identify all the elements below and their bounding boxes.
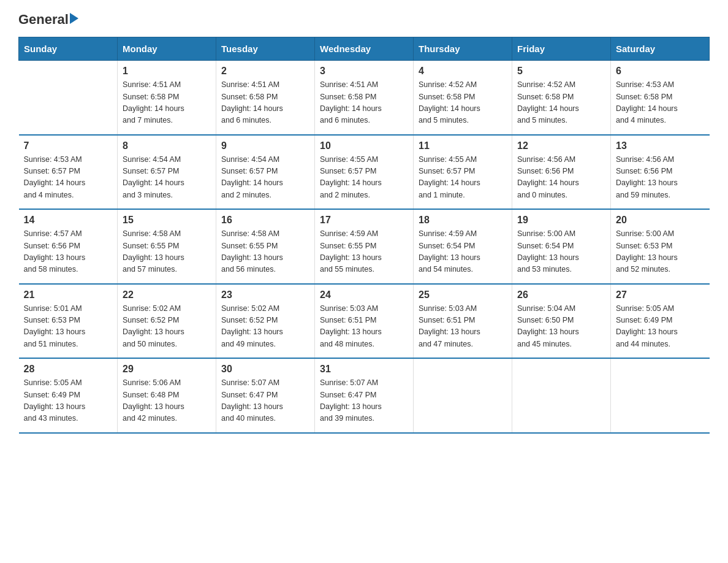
- weekday-header-monday: Monday: [118, 37, 216, 61]
- calendar-cell: 18Sunrise: 4:59 AMSunset: 6:54 PMDayligh…: [414, 209, 512, 284]
- day-info: Sunrise: 4:59 AMSunset: 6:54 PMDaylight:…: [419, 228, 507, 276]
- calendar-cell: 12Sunrise: 4:56 AMSunset: 6:56 PMDayligh…: [512, 135, 611, 210]
- calendar-cell: 29Sunrise: 5:06 AMSunset: 6:48 PMDayligh…: [118, 358, 216, 433]
- calendar-cell: 21Sunrise: 5:01 AMSunset: 6:53 PMDayligh…: [19, 284, 118, 359]
- calendar-week-row: 21Sunrise: 5:01 AMSunset: 6:53 PMDayligh…: [19, 284, 710, 359]
- day-info: Sunrise: 5:00 AMSunset: 6:54 PMDaylight:…: [517, 228, 605, 276]
- day-number: 8: [123, 140, 211, 151]
- day-info: Sunrise: 5:00 AMSunset: 6:53 PMDaylight:…: [616, 228, 705, 276]
- calendar-cell: 8Sunrise: 4:54 AMSunset: 6:57 PMDaylight…: [118, 135, 216, 210]
- day-number: 29: [123, 364, 211, 375]
- day-info: Sunrise: 5:03 AMSunset: 6:51 PMDaylight:…: [320, 303, 408, 351]
- day-info: Sunrise: 5:07 AMSunset: 6:47 PMDaylight:…: [320, 377, 408, 425]
- calendar-cell: 30Sunrise: 5:07 AMSunset: 6:47 PMDayligh…: [216, 358, 315, 433]
- day-number: 16: [221, 215, 309, 226]
- day-info: Sunrise: 4:58 AMSunset: 6:55 PMDaylight:…: [123, 228, 211, 276]
- day-number: 14: [24, 215, 113, 226]
- logo-text-general: General: [18, 12, 69, 27]
- day-number: 11: [419, 140, 507, 151]
- weekday-header-row: SundayMondayTuesdayWednesdayThursdayFrid…: [19, 37, 710, 61]
- calendar-week-row: 7Sunrise: 4:53 AMSunset: 6:57 PMDaylight…: [19, 135, 710, 210]
- day-number: 4: [419, 66, 507, 77]
- day-number: 21: [24, 289, 113, 301]
- day-number: 24: [320, 289, 408, 301]
- day-number: 6: [616, 66, 705, 77]
- day-info: Sunrise: 4:55 AMSunset: 6:57 PMDaylight:…: [419, 154, 507, 202]
- calendar-cell: [414, 358, 512, 433]
- day-info: Sunrise: 4:59 AMSunset: 6:55 PMDaylight:…: [320, 228, 408, 276]
- day-info: Sunrise: 4:54 AMSunset: 6:57 PMDaylight:…: [221, 154, 309, 202]
- day-number: 5: [517, 66, 605, 77]
- day-info: Sunrise: 4:52 AMSunset: 6:58 PMDaylight:…: [517, 79, 605, 127]
- weekday-header-wednesday: Wednesday: [315, 37, 414, 61]
- calendar-cell: [512, 358, 611, 433]
- logo: General: [18, 12, 78, 25]
- calendar-cell: 24Sunrise: 5:03 AMSunset: 6:51 PMDayligh…: [315, 284, 414, 359]
- calendar-week-row: 1Sunrise: 4:51 AMSunset: 6:58 PMDaylight…: [19, 61, 710, 135]
- day-number: 13: [616, 140, 705, 151]
- weekday-header-thursday: Thursday: [414, 37, 512, 61]
- day-info: Sunrise: 4:56 AMSunset: 6:56 PMDaylight:…: [616, 154, 705, 202]
- page-header: General: [18, 12, 710, 25]
- weekday-header-friday: Friday: [512, 37, 611, 61]
- logo-arrow-icon: [70, 13, 78, 24]
- day-number: 17: [320, 215, 408, 226]
- calendar-cell: 11Sunrise: 4:55 AMSunset: 6:57 PMDayligh…: [414, 135, 512, 210]
- day-number: 9: [221, 140, 309, 151]
- day-number: 20: [616, 215, 705, 226]
- day-info: Sunrise: 5:06 AMSunset: 6:48 PMDaylight:…: [123, 377, 211, 425]
- day-number: 31: [320, 364, 408, 375]
- day-info: Sunrise: 4:52 AMSunset: 6:58 PMDaylight:…: [419, 79, 507, 127]
- calendar-cell: 27Sunrise: 5:05 AMSunset: 6:49 PMDayligh…: [611, 284, 710, 359]
- day-number: 7: [24, 140, 113, 151]
- day-info: Sunrise: 5:02 AMSunset: 6:52 PMDaylight:…: [123, 303, 211, 351]
- calendar-cell: 31Sunrise: 5:07 AMSunset: 6:47 PMDayligh…: [315, 358, 414, 433]
- calendar-cell: 5Sunrise: 4:52 AMSunset: 6:58 PMDaylight…: [512, 61, 611, 135]
- calendar-cell: 7Sunrise: 4:53 AMSunset: 6:57 PMDaylight…: [19, 135, 118, 210]
- calendar-week-row: 28Sunrise: 5:05 AMSunset: 6:49 PMDayligh…: [19, 358, 710, 433]
- calendar-cell: 3Sunrise: 4:51 AMSunset: 6:58 PMDaylight…: [315, 61, 414, 135]
- day-info: Sunrise: 5:03 AMSunset: 6:51 PMDaylight:…: [419, 303, 507, 351]
- calendar-cell: 9Sunrise: 4:54 AMSunset: 6:57 PMDaylight…: [216, 135, 315, 210]
- day-number: 18: [419, 215, 507, 226]
- calendar-cell: [611, 358, 710, 433]
- day-info: Sunrise: 5:05 AMSunset: 6:49 PMDaylight:…: [24, 377, 113, 425]
- day-number: 1: [123, 66, 211, 77]
- calendar-cell: 28Sunrise: 5:05 AMSunset: 6:49 PMDayligh…: [19, 358, 118, 433]
- day-info: Sunrise: 5:01 AMSunset: 6:53 PMDaylight:…: [24, 303, 113, 351]
- calendar-cell: 10Sunrise: 4:55 AMSunset: 6:57 PMDayligh…: [315, 135, 414, 210]
- calendar-cell: 22Sunrise: 5:02 AMSunset: 6:52 PMDayligh…: [118, 284, 216, 359]
- day-number: 12: [517, 140, 605, 151]
- calendar-cell: 20Sunrise: 5:00 AMSunset: 6:53 PMDayligh…: [611, 209, 710, 284]
- day-info: Sunrise: 4:55 AMSunset: 6:57 PMDaylight:…: [320, 154, 408, 202]
- calendar-cell: 2Sunrise: 4:51 AMSunset: 6:58 PMDaylight…: [216, 61, 315, 135]
- calendar-cell: 25Sunrise: 5:03 AMSunset: 6:51 PMDayligh…: [414, 284, 512, 359]
- calendar-week-row: 14Sunrise: 4:57 AMSunset: 6:56 PMDayligh…: [19, 209, 710, 284]
- calendar-cell: 4Sunrise: 4:52 AMSunset: 6:58 PMDaylight…: [414, 61, 512, 135]
- calendar-cell: 23Sunrise: 5:02 AMSunset: 6:52 PMDayligh…: [216, 284, 315, 359]
- calendar-cell: 6Sunrise: 4:53 AMSunset: 6:58 PMDaylight…: [611, 61, 710, 135]
- calendar-cell: 16Sunrise: 4:58 AMSunset: 6:55 PMDayligh…: [216, 209, 315, 284]
- day-number: 26: [517, 289, 605, 301]
- day-info: Sunrise: 4:54 AMSunset: 6:57 PMDaylight:…: [123, 154, 211, 202]
- day-info: Sunrise: 5:02 AMSunset: 6:52 PMDaylight:…: [221, 303, 309, 351]
- day-number: 23: [221, 289, 309, 301]
- weekday-header-sunday: Sunday: [19, 37, 118, 61]
- day-info: Sunrise: 4:53 AMSunset: 6:57 PMDaylight:…: [24, 154, 113, 202]
- day-number: 15: [123, 215, 211, 226]
- day-info: Sunrise: 4:57 AMSunset: 6:56 PMDaylight:…: [24, 228, 113, 276]
- calendar-header: SundayMondayTuesdayWednesdayThursdayFrid…: [19, 37, 710, 61]
- calendar-cell: 15Sunrise: 4:58 AMSunset: 6:55 PMDayligh…: [118, 209, 216, 284]
- calendar-cell: [19, 61, 118, 135]
- day-number: 10: [320, 140, 408, 151]
- calendar-cell: 14Sunrise: 4:57 AMSunset: 6:56 PMDayligh…: [19, 209, 118, 284]
- calendar-cell: 1Sunrise: 4:51 AMSunset: 6:58 PMDaylight…: [118, 61, 216, 135]
- calendar-table: SundayMondayTuesdayWednesdayThursdayFrid…: [18, 37, 710, 434]
- day-info: Sunrise: 4:58 AMSunset: 6:55 PMDaylight:…: [221, 228, 309, 276]
- day-number: 25: [419, 289, 507, 301]
- weekday-header-saturday: Saturday: [611, 37, 710, 61]
- day-number: 19: [517, 215, 605, 226]
- day-info: Sunrise: 4:51 AMSunset: 6:58 PMDaylight:…: [123, 79, 211, 127]
- day-info: Sunrise: 5:07 AMSunset: 6:47 PMDaylight:…: [221, 377, 309, 425]
- calendar-cell: 19Sunrise: 5:00 AMSunset: 6:54 PMDayligh…: [512, 209, 611, 284]
